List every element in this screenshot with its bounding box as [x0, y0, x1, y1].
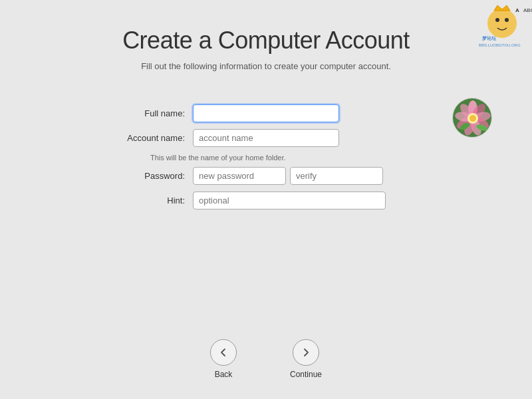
svg-point-16 — [505, 18, 509, 22]
verify-input[interactable] — [290, 167, 383, 185]
back-button[interactable]: Back — [210, 339, 237, 379]
password-input[interactable] — [193, 167, 286, 185]
hint-group: Hint: — [100, 192, 432, 209]
svg-marker-17 — [494, 5, 510, 11]
full-name-group: Full name: — [100, 104, 432, 122]
svg-point-15 — [495, 18, 499, 22]
back-arrow-icon — [219, 348, 228, 357]
hint-label: Hint: — [100, 196, 193, 205]
continue-label: Continue — [290, 370, 322, 379]
svg-text:ABC: ABC — [523, 7, 532, 13]
continue-button[interactable]: Continue — [290, 339, 322, 379]
full-name-label: Full name: — [100, 108, 193, 118]
password-label: Password: — [100, 171, 193, 181]
back-button-circle — [210, 339, 237, 366]
svg-point-11 — [469, 115, 476, 122]
account-name-label: Account name: — [100, 133, 193, 143]
svg-text:A: A — [515, 7, 519, 13]
account-name-input[interactable] — [193, 129, 339, 147]
form-area: Full name: Account name: This will be th… — [0, 104, 532, 216]
full-name-input[interactable] — [193, 104, 339, 122]
page-title: Create a Computer Account — [0, 27, 532, 55]
continue-arrow-icon — [301, 348, 311, 357]
nav-buttons: Back Continue — [0, 339, 532, 379]
password-group: Password: — [100, 167, 432, 185]
account-name-group: Account name: — [100, 129, 432, 147]
home-folder-note: This will be the name of your home folde… — [150, 154, 483, 162]
continue-button-circle — [293, 339, 319, 366]
back-label: Back — [215, 370, 233, 379]
hint-input[interactable] — [193, 192, 386, 209]
avatar[interactable] — [452, 98, 492, 138]
subtitle: Fill out the following information to cr… — [0, 61, 532, 71]
